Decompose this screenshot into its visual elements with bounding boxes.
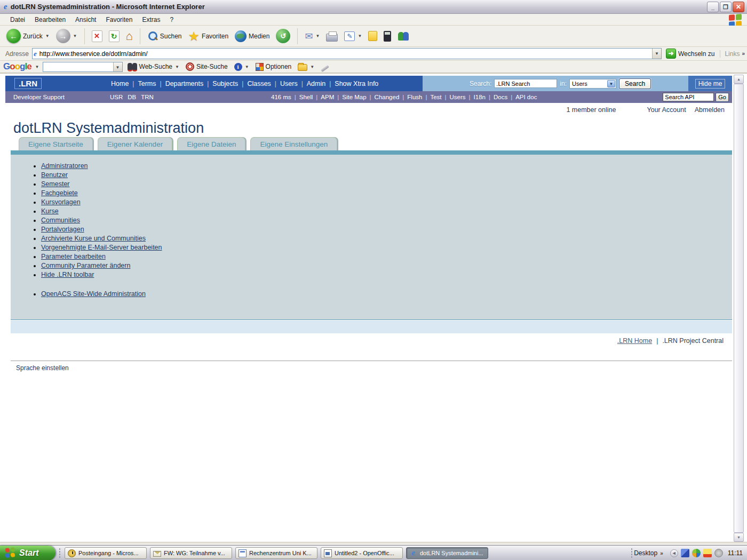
start-button[interactable]: Start <box>0 546 55 560</box>
hide-tray-icons-button[interactable]: ◄ <box>670 549 678 557</box>
dev-link-i18n[interactable]: I18n <box>474 94 486 100</box>
info-dropdown-icon[interactable]: ▼ <box>245 65 249 69</box>
web-search-dropdown-icon[interactable]: ▼ <box>175 65 179 69</box>
api-go-button[interactable]: Go <box>716 93 729 102</box>
dev-flag-usr[interactable]: USR <box>110 94 123 100</box>
media-button[interactable]: Medien <box>233 29 272 43</box>
lrn-search-button[interactable]: Search <box>619 78 651 89</box>
scroll-up-icon[interactable]: ▲ <box>734 75 744 84</box>
toolbar-grip[interactable] <box>59 548 61 558</box>
favorites-button[interactable]: ★ Favoriten <box>186 29 231 43</box>
google-search-dropdown-icon[interactable]: ▼ <box>113 62 122 71</box>
dev-link-api-doc[interactable]: API doc <box>515 94 537 100</box>
lrn-nav-show-xtra-info[interactable]: Show Xtra Info <box>335 80 378 87</box>
back-dropdown-icon[interactable]: ▼ <box>45 34 50 38</box>
admin-link-vorgenehmigte-e-mail-server-bearbeiten[interactable]: Vorgenehmigte E-Mail-Server bearbeiten <box>41 244 162 251</box>
lrn-nav-terms[interactable]: Terms <box>138 80 156 87</box>
mail-button[interactable]: ✉ ▼ <box>303 29 322 43</box>
admin-link-benutzer[interactable]: Benutzer <box>41 171 68 179</box>
dev-link-changed[interactable]: Changed <box>375 94 400 100</box>
close-button[interactable]: ✕ <box>733 2 744 12</box>
update-tray-icon[interactable] <box>714 549 723 557</box>
admin-link-communities[interactable]: Communities <box>41 217 80 224</box>
dev-link-test[interactable]: Test <box>430 94 441 100</box>
menu-bearbeiten[interactable]: Bearbeiten <box>30 15 70 25</box>
menu-[interactable]: ? <box>165 15 178 25</box>
lrn-nav-classes[interactable]: Classes <box>247 80 271 87</box>
admin-link-community-parameter-ndern[interactable]: Community Parameter ändern <box>41 262 130 269</box>
scroll-down-icon[interactable]: ▼ <box>734 533 744 542</box>
taskbar-task-fw-wg-teilnahme-v[interactable]: FW: WG: Teilnahme v... <box>150 547 232 559</box>
admin-link-parameter-bearbeiten[interactable]: Parameter bearbeiten <box>41 253 106 260</box>
dev-link-shell[interactable]: Shell <box>299 94 313 100</box>
search-scope-select[interactable]: Users ▼ <box>569 79 616 89</box>
refresh-button[interactable]: ↻ <box>107 29 122 43</box>
forward-button[interactable]: → ▼ <box>54 28 80 44</box>
admin-link-fachgebiete[interactable]: Fachgebiete <box>41 189 78 197</box>
alert-tray-icon[interactable] <box>703 549 712 557</box>
google-logo[interactable]: Google <box>3 61 31 72</box>
address-dropdown-icon[interactable]: ▼ <box>652 49 661 59</box>
page-info-button[interactable]: i ▼ <box>233 63 251 71</box>
lrn-home-link[interactable]: .LRN Home <box>617 337 652 345</box>
dev-link-users[interactable]: Users <box>450 94 466 100</box>
dev-link-flush[interactable]: Flush <box>407 94 422 100</box>
network-tray-icon[interactable] <box>681 549 689 557</box>
lrn-nav-users[interactable]: Users <box>280 80 298 87</box>
tool-button[interactable] <box>382 30 393 43</box>
taskbar-task-dotlrn-systemadmini[interactable]: edotLRN Systemadmini... <box>406 547 488 559</box>
menu-favoriten[interactable]: Favoriten <box>101 15 137 25</box>
restore-button[interactable]: ❐ <box>720 2 732 12</box>
fill-dropdown-icon[interactable]: ▼ <box>310 65 314 69</box>
print-button[interactable] <box>324 30 340 43</box>
mail-dropdown-icon[interactable]: ▼ <box>316 34 320 38</box>
dev-flag-db[interactable]: DB <box>128 94 136 100</box>
search-button[interactable]: Suchen <box>145 30 184 43</box>
lrn-logo[interactable]: .LRN <box>14 78 42 89</box>
lrn-nav-home[interactable]: Home <box>111 80 129 87</box>
google-search-input[interactable]: ▼ <box>43 62 123 72</box>
links-toolbar[interactable]: Links » <box>720 50 745 58</box>
menu-datei[interactable]: Datei <box>5 15 30 25</box>
options-button[interactable]: Optionen <box>254 63 293 71</box>
your-account-link[interactable]: Your Account <box>647 106 686 114</box>
site-search-button[interactable]: Site-Suche <box>184 62 229 71</box>
home-button[interactable]: ⌂ <box>124 30 135 43</box>
go-button[interactable]: ➜ Wechseln zu <box>665 48 718 59</box>
messenger-button[interactable] <box>395 29 411 43</box>
notes-button[interactable] <box>366 30 379 42</box>
desktop-toolbar[interactable]: Desktop » <box>634 549 663 557</box>
admin-link-portalvorlagen[interactable]: Portalvorlagen <box>41 226 84 233</box>
edit-button[interactable]: ✎ ▼ <box>342 30 364 42</box>
web-search-button[interactable]: Web-Suche ▼ <box>126 63 181 70</box>
admin-link-administratoren[interactable]: Administratoren <box>41 162 88 170</box>
logout-link[interactable]: Abmelden <box>695 106 725 114</box>
admin-link-semester[interactable]: Semester <box>41 180 70 188</box>
lrn-project-central-link[interactable]: .LRN Project Central <box>662 337 724 345</box>
address-input[interactable]: e http://www.theservice.de/dotlrn/admin/… <box>32 48 662 59</box>
select-dropdown-icon[interactable]: ▼ <box>607 80 615 87</box>
admin-link-kurse[interactable]: Kurse <box>41 207 59 215</box>
lrn-search-input[interactable] <box>494 79 557 88</box>
admin-link-archivierte-kurse-und-communities[interactable]: Archivierte Kurse und Communities <box>41 235 146 242</box>
tab-eigene-startseite[interactable]: Eigene Startseite <box>19 137 93 150</box>
site-wide-admin-link[interactable]: OpenACS Site-Wide Administration <box>41 290 146 298</box>
admin-link-hide-lrn-toolbar[interactable]: Hide .LRN toolbar <box>41 271 94 278</box>
lrn-nav-departments[interactable]: Departments <box>165 80 204 87</box>
highlight-button[interactable] <box>319 64 331 70</box>
desktop-chevron-icon[interactable]: » <box>660 550 663 556</box>
stop-button[interactable]: ✕ <box>90 29 105 43</box>
menu-ansicht[interactable]: Ansicht <box>70 15 101 25</box>
dev-link-apm[interactable]: APM <box>321 94 334 100</box>
messenger-tray-icon[interactable] <box>692 549 701 557</box>
google-dropdown-icon[interactable]: ▼ <box>35 65 39 69</box>
hide-me-link[interactable]: Hide me <box>695 79 726 89</box>
back-button[interactable]: ← Zurück ▼ <box>4 28 52 44</box>
edit-dropdown-icon[interactable]: ▼ <box>357 34 362 38</box>
fill-button[interactable]: ▼ <box>296 62 316 71</box>
links-chevron-icon[interactable]: » <box>742 51 745 57</box>
taskbar-task-posteingang-micros[interactable]: Posteingang - Micros... <box>65 547 147 559</box>
lrn-nav-subjects[interactable]: Subjects <box>212 80 238 87</box>
forward-dropdown-icon[interactable]: ▼ <box>73 34 77 38</box>
set-language-link[interactable]: Sprache einstellen <box>16 364 69 372</box>
